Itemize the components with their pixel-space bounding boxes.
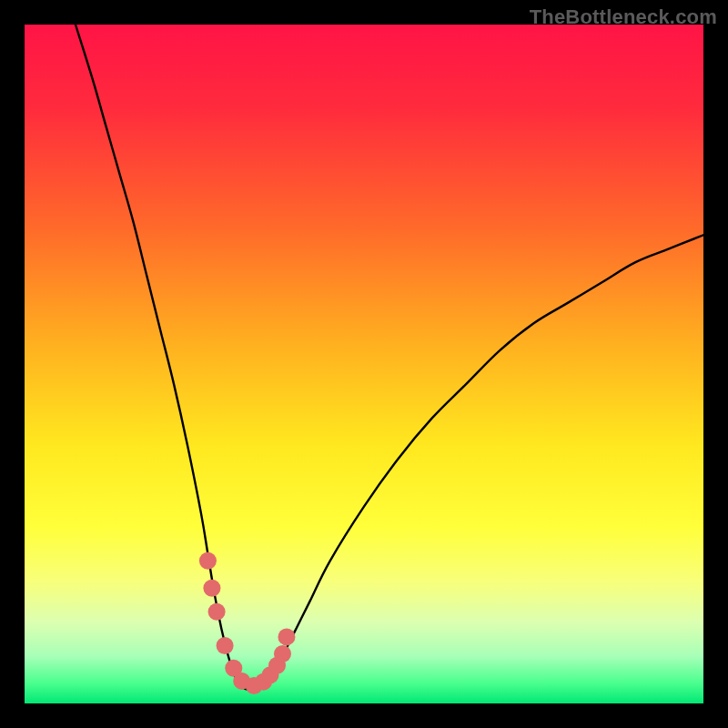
watermark-text: TheBottleneck.com [530, 5, 717, 29]
optimal-marker [208, 603, 226, 621]
optimal-marker [203, 580, 220, 597]
optimal-marker [278, 628, 295, 645]
optimal-marker [199, 552, 217, 570]
plot-area [25, 25, 703, 703]
gradient-background [25, 25, 703, 703]
bottleneck-chart [25, 25, 703, 703]
optimal-marker [217, 637, 234, 654]
chart-container: TheBottleneck.com [0, 0, 728, 728]
optimal-marker [274, 645, 291, 662]
